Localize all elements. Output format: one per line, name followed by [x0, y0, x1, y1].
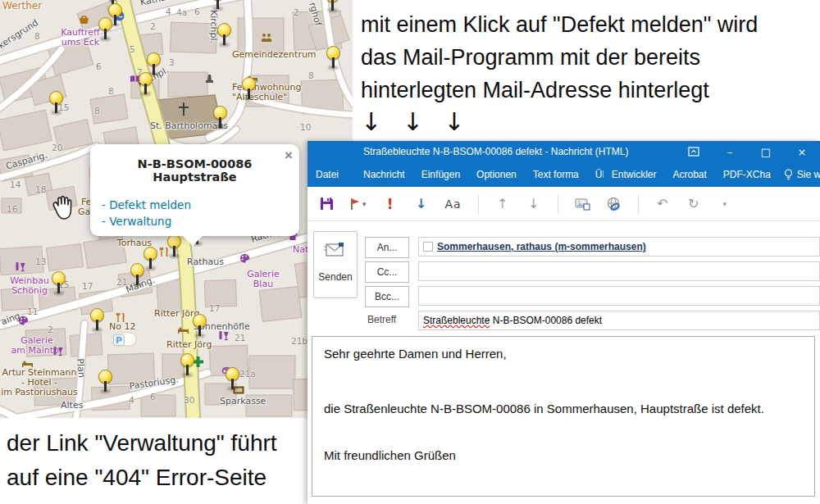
subject-misspelled-word: Straßebleuchte — [423, 315, 490, 326]
annotation-note-top: mit einem Klick auf "Defekt melden" wird… — [353, 0, 820, 141]
hyperlink-icon[interactable] — [607, 194, 622, 214]
house-number: 4 — [129, 395, 134, 405]
body-line: die Straßenleuchte N-B-BSOM-00086 in Som… — [324, 402, 803, 415]
note-line: das Mail-Programm mit der bereits — [361, 41, 820, 74]
streetlight-pin[interactable] — [98, 17, 112, 31]
cutlery-icon — [159, 246, 169, 261]
ribbon-display-options-icon[interactable] — [676, 141, 712, 162]
house-number: 10 — [300, 122, 311, 132]
streetlight-pin[interactable] — [180, 353, 194, 367]
streetlight-pin[interactable] — [326, 46, 340, 60]
bcc-button[interactable]: Bcc... — [365, 286, 409, 307]
streetlight-pin[interactable] — [90, 308, 104, 322]
house-number: 5 — [130, 44, 135, 54]
house-number: 17 — [82, 281, 93, 291]
tab-pdf-xcha[interactable]: PDF-XCha — [715, 169, 779, 180]
house-number: 8 — [108, 86, 114, 96]
cc-button[interactable]: Cc... — [365, 261, 409, 283]
streetlight-pin[interactable] — [217, 23, 231, 37]
house-number: 11 — [27, 306, 38, 316]
house-number: 21a — [239, 369, 256, 379]
streetlight-pin[interactable] — [49, 91, 63, 105]
lightbulb-icon — [784, 169, 793, 181]
palette-icon — [239, 252, 250, 266]
tab-acrobat[interactable]: Acrobat — [664, 169, 714, 180]
window-title: Straßebleuchte N-B-BSOM-00086 defekt - N… — [363, 146, 628, 157]
body-line: Mit freundlichen Grüßen — [324, 448, 803, 462]
move-up-gray-icon[interactable]: ↑ — [495, 194, 510, 214]
house-number: 21 — [235, 333, 245, 343]
cc-field[interactable] — [418, 261, 820, 281]
annotation-note-bottom: der Link "Verwaltung" führtauf eine "404… — [0, 418, 308, 504]
tab-entwickler[interactable]: Entwickler — [604, 169, 665, 180]
house-number: 8 — [308, 70, 314, 80]
redo-icon[interactable]: ↻ — [686, 194, 701, 214]
map-label: Werther — [2, 1, 42, 11]
send-button[interactable]: Senden — [313, 231, 358, 298]
envelope-icon — [323, 240, 348, 260]
important-icon[interactable]: ! — [383, 194, 398, 214]
close-icon[interactable]: × — [784, 141, 820, 162]
popup-close-icon[interactable]: × — [285, 148, 293, 164]
bcc-field[interactable] — [418, 286, 820, 306]
people-icon — [261, 31, 272, 46]
tab-datei[interactable]: Datei — [308, 169, 348, 180]
to-field[interactable]: Sommerhausen, rathaus (m-sommerhausen) — [418, 237, 820, 257]
minimize-icon[interactable]: – — [712, 141, 748, 162]
quick-access-toolbar: ▾!↓Aa↑↓↶↻▾ — [308, 187, 820, 221]
recipient-checkbox-icon — [423, 242, 433, 252]
toolbar-separator — [478, 194, 479, 214]
streetlight-pin[interactable] — [167, 234, 181, 248]
message-body[interactable]: Sehr geehrte Damen und Herren,die Straße… — [312, 336, 815, 497]
streetlight-pin[interactable] — [108, 3, 122, 17]
screenshot-icon[interactable] — [575, 194, 590, 214]
recipient-chip[interactable]: Sommerhausen, rathaus (m-sommerhausen) — [437, 241, 646, 252]
wine-icon — [218, 329, 229, 344]
maximize-icon[interactable]: □ — [748, 141, 784, 162]
tab-nachricht[interactable]: Nachricht — [355, 169, 413, 180]
streetlight-pin[interactable] — [147, 52, 161, 66]
down-arrows: ↓ ↓ ↓ — [361, 107, 820, 138]
tab-text-forma[interactable]: Text forma — [525, 169, 587, 180]
to-button[interactable]: An... — [365, 237, 409, 258]
popup-link-verwaltung[interactable]: - Verwaltung — [102, 213, 299, 229]
popup-link-defekt-melden[interactable]: - Defekt melden — [102, 197, 299, 213]
house-number: 2 — [48, 325, 53, 334]
more-icon[interactable]: ▾ — [718, 194, 732, 214]
tab-optionen[interactable]: Optionen — [468, 169, 525, 180]
note-line: hinterlegten Mail-Adresse hinterlegt — [361, 74, 820, 107]
undo-icon[interactable]: ↶ — [655, 194, 670, 214]
subject-field[interactable]: Straßebleuchte N-B-BSOM-00086 defekt — [418, 311, 820, 330]
note-line: auf eine "404" Error-Seite — [7, 461, 308, 495]
house-number: 21b — [291, 336, 308, 346]
cutlery-icon — [116, 311, 125, 326]
toolbar-separator — [638, 194, 639, 214]
streetlight-pin[interactable] — [193, 314, 207, 328]
font-icon[interactable]: Aa — [445, 194, 462, 214]
streetlight-pin[interactable] — [52, 271, 66, 285]
streetlight-pin[interactable] — [213, 106, 227, 120]
flag-icon[interactable]: ▾ — [350, 194, 367, 214]
house-number: 6 — [194, 7, 200, 16]
map-canvas[interactable]: WertherkersgrundKauftreff ums EckKathari… — [0, 0, 353, 418]
house-number: 8 — [94, 106, 100, 116]
house-number: 21 — [116, 277, 127, 287]
map-label: Plan — [75, 358, 86, 378]
tell-me-box[interactable]: Sie wüns — [779, 169, 820, 181]
streetlight-pin[interactable] — [139, 72, 153, 86]
streetlight-pin[interactable] — [226, 367, 239, 381]
streetlight-pin[interactable] — [144, 247, 157, 261]
wine-icon — [15, 261, 25, 275]
house-number: 6 — [150, 392, 156, 402]
note-line: mit einem Klick auf "Defekt melden" wird — [361, 8, 820, 41]
streetlight-pin[interactable] — [130, 263, 144, 277]
tab-überprüfen[interactable]: Überprüfen — [587, 169, 604, 180]
move-down-gray-icon[interactable]: ↓ — [526, 194, 541, 214]
move-down-icon[interactable]: ↓ — [414, 194, 429, 214]
monument-icon — [205, 72, 214, 87]
streetlight-pin[interactable] — [242, 77, 256, 91]
popup-tail — [182, 235, 203, 246]
streetlight-pin[interactable] — [98, 370, 112, 384]
tab-einfügen[interactable]: Einfügen — [413, 169, 468, 180]
save-icon[interactable] — [319, 194, 334, 214]
